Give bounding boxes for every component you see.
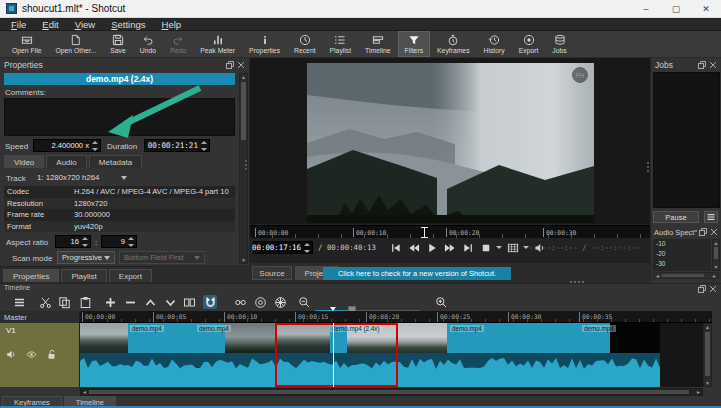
zoom-in-icon[interactable] [434,295,448,309]
splitter-handle[interactable] [245,160,247,170]
tab-metadata[interactable]: Metadata [89,155,142,168]
timeline-clip[interactable]: demo.mp4 (2.4x) [275,323,398,353]
aspect-width-input[interactable]: 16 [55,235,91,248]
aspect-height-stepper[interactable] [127,237,135,247]
track-v1-header[interactable]: V1 [0,323,80,387]
jobs-menu-button[interactable] [704,211,718,223]
ripple-all-icon[interactable] [273,295,287,309]
scrub-icon[interactable] [233,295,247,309]
timeline-playhead[interactable] [333,323,334,387]
update-notification-button[interactable]: Click here to check for a new version of… [323,267,511,280]
toolbar-open-file-button[interactable]: Open File [5,31,48,57]
toolbar-open-other-button[interactable]: Open Other... [48,31,103,57]
toolbar-export-button[interactable]: Export [512,31,546,57]
timeline-clip[interactable]: demo.mp4 [447,323,580,353]
toolbar-jobs-button[interactable]: Jobs [545,31,573,57]
split-icon[interactable] [182,295,196,309]
scroll-up-arrow[interactable]: ▲ [240,74,247,80]
timeline-clip[interactable] [398,323,447,353]
scroll-down-arrow[interactable]: ▼ [704,380,711,386]
minimize-button[interactable]: – [631,0,661,17]
audio-spectrum-hscrollbar[interactable]: ◄ ► [653,272,719,279]
scroll-right-arrow[interactable]: ► [711,273,718,278]
timeline-clip[interactable]: demo.mp4 [80,323,195,353]
scroll-right-arrow[interactable]: ► [695,389,702,395]
scrollbar-thumb[interactable] [705,332,710,376]
panel-tab-export[interactable]: Export [109,269,152,282]
pause-button[interactable]: Pause [653,211,699,223]
scrollbar-thumb[interactable] [241,82,246,140]
menu-settings[interactable]: Settings [103,19,153,30]
jobs-list[interactable] [653,72,720,208]
append-icon[interactable] [103,295,117,309]
timeline-clip[interactable]: demo.mp4 [580,323,660,353]
splitter-handle[interactable] [647,162,649,172]
close-panel-icon[interactable] [710,228,718,236]
menu-icon[interactable] [12,295,26,309]
lock-open-icon[interactable] [46,349,57,360]
panel-tab-playlist[interactable]: Playlist [61,269,106,282]
master-track-header[interactable]: Master [0,311,80,323]
scrollbar-thumb[interactable] [662,274,704,277]
maximize-button[interactable]: ▢ [661,0,691,17]
close-panel-icon[interactable] [237,61,245,69]
scroll-down-arrow[interactable]: ▼ [240,257,247,263]
player-ruler[interactable]: 00:00:0000:00:1000:00:2000:00:30 [250,225,650,238]
eye-icon[interactable] [26,349,37,360]
toolbar-filters-button[interactable]: Filters [398,31,431,57]
scroll-up-arrow[interactable]: ▲ [704,324,711,330]
current-timecode-input[interactable]: 00:00:17:16 [253,241,313,254]
stop-icon[interactable] [477,241,494,254]
toolbar-keyframes-button[interactable]: Keyframes [430,31,476,57]
timeline-ruler[interactable]: 00:00:0000:00:0500:00:1000:00:1500:00:20… [80,311,712,323]
skip-end-icon[interactable] [459,241,476,254]
duration-stepper[interactable] [200,141,208,151]
ripple-icon[interactable] [253,295,267,309]
toolbar-playlist-button[interactable]: Playlist [323,31,359,57]
toolbar-undo-button[interactable]: Undo [133,31,163,57]
tab-video[interactable]: Video [4,155,44,168]
fast-forward-icon[interactable] [441,241,458,254]
toolbar-peak-meter-button[interactable]: Peak Meter [193,31,242,57]
paste-icon[interactable] [78,295,92,309]
timeline-hscrollbar[interactable]: ◄ ► [80,388,703,396]
duration-input[interactable]: 00:00:21:21 [144,139,210,152]
timeline-playhead-marker[interactable] [330,307,336,311]
copy-icon[interactable] [57,295,71,309]
audio-spectrum-vscrollbar[interactable]: ▲ ▼ [712,239,720,271]
timecode-stepper[interactable] [303,243,311,253]
aspect-height-input[interactable]: 9 [101,235,137,248]
timeline-vscrollbar[interactable]: ▲ ▼ [703,323,712,387]
zoom-out-icon[interactable] [297,295,311,309]
panel-tab-properties[interactable]: Properties [3,269,59,282]
menu-help[interactable]: Help [154,19,190,30]
comments-textarea[interactable] [4,98,235,136]
lift-icon[interactable] [143,295,157,309]
scan-mode-select[interactable]: Progressive [57,251,115,264]
skip-start-icon[interactable] [387,241,404,254]
volume-icon[interactable] [6,349,17,360]
player-playhead[interactable] [421,227,428,238]
float-panel-icon[interactable] [698,61,706,69]
scrollbar-thumb[interactable] [714,247,718,259]
menu-view[interactable]: View [67,19,103,30]
overwrite-icon[interactable] [163,295,177,309]
close-panel-icon[interactable] [709,285,717,293]
toolbar-history-button[interactable]: History [477,31,512,57]
speed-stepper[interactable] [91,141,99,151]
menu-file[interactable]: File [3,19,34,30]
rewind-icon[interactable] [405,241,422,254]
float-panel-icon[interactable] [226,61,234,69]
scrollbar-thumb[interactable] [89,390,689,394]
play-icon[interactable] [423,241,440,254]
toolbar-timeline-button[interactable]: Timeline [358,31,397,57]
timeline-clip[interactable]: demo.mp4 [195,323,275,353]
chevron-down-icon[interactable] [495,241,503,254]
track-select[interactable]: 1: 1280x720 h264 [34,171,130,184]
ripple-delete-icon[interactable] [123,295,137,309]
scroll-left-arrow[interactable]: ◄ [81,389,88,395]
scroll-left-arrow[interactable]: ◄ [654,273,661,278]
snap-icon[interactable] [203,295,217,309]
toolbar-recent-button[interactable]: Recent [287,31,323,57]
tab-audio[interactable]: Audio [46,155,86,168]
